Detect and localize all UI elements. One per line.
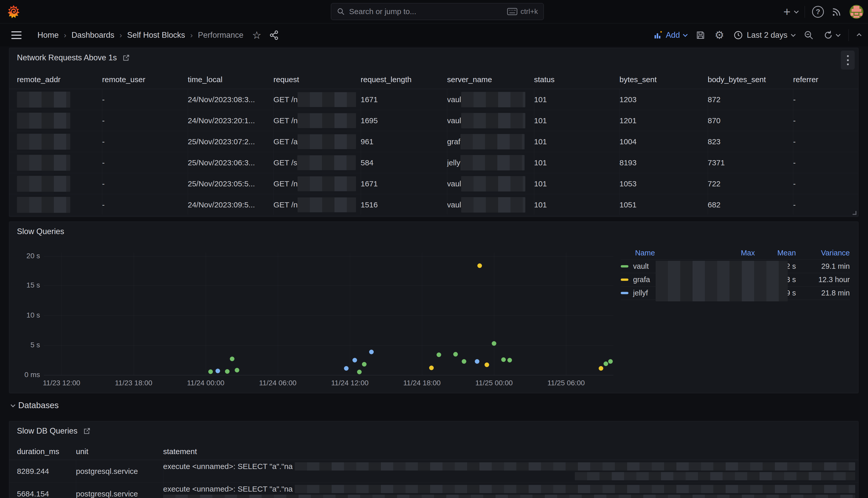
panel-title[interactable]: Network Requests Above 1s — [17, 53, 117, 62]
scatter-point-jellyfin — [475, 359, 479, 364]
column-header[interactable]: request — [273, 75, 361, 84]
table-row: 5684.154postgresql.serviceexecute <unnam… — [9, 483, 858, 498]
gridline — [278, 253, 278, 375]
redacted-block — [163, 495, 855, 498]
cell-referrer: - — [793, 158, 858, 167]
cell-request-length: 1671 — [361, 95, 447, 104]
column-divider — [188, 89, 188, 214]
dashboard-settings-icon[interactable]: ⚙ — [715, 30, 724, 41]
add-panel-button[interactable]: Add — [654, 30, 687, 40]
redacted-cell — [461, 176, 525, 192]
redacted-cell — [297, 155, 356, 170]
cell-referrer: - — [793, 180, 858, 188]
x-axis-label: 11/23 12:00 — [43, 379, 80, 387]
legend-variance-value: 29.1 min — [796, 262, 850, 271]
star-icon[interactable]: ☆ — [252, 29, 261, 41]
row-databases[interactable]: Databases — [11, 401, 59, 410]
clock-icon — [733, 30, 743, 40]
cell-duration-ms: 8289.244 — [17, 467, 76, 476]
refresh-button[interactable] — [823, 30, 839, 40]
redacted-cell — [17, 176, 70, 192]
column-header[interactable]: request_length — [361, 75, 447, 84]
search-input[interactable]: Search or jump to... ctrl+k — [331, 3, 544, 20]
help-icon[interactable]: ? — [812, 6, 824, 18]
keyboard-icon — [507, 8, 517, 15]
cell-body-bytes-sent: 7371 — [708, 158, 793, 167]
user-avatar[interactable] — [850, 5, 863, 19]
gridline — [134, 253, 134, 375]
db-table-body: 8289.244postgresql.serviceexecute <unnam… — [9, 460, 858, 498]
panel-resize-handle[interactable] — [853, 211, 856, 215]
column-header[interactable]: body_bytes_sent — [708, 75, 793, 84]
time-range-picker[interactable]: Last 2 days — [733, 30, 795, 40]
scatter-point-jellyfin — [352, 358, 357, 363]
column-header[interactable]: statement — [163, 447, 858, 456]
cell-request: GET /n — [273, 197, 361, 212]
scatter-point-vault — [362, 362, 367, 367]
panel-title[interactable]: Slow Queries — [17, 227, 64, 236]
panel-menu-icon[interactable] — [841, 51, 855, 69]
breadcrumb-current: Performance — [198, 30, 243, 40]
column-header[interactable]: time_local — [188, 75, 273, 84]
row-title: Databases — [18, 401, 59, 410]
cell-request-length: 1671 — [361, 180, 447, 188]
collapse-toolbar-icon[interactable] — [857, 33, 861, 38]
panel-title[interactable]: Slow DB Queries — [17, 427, 78, 436]
cell-bytes-sent: 1004 — [620, 137, 708, 146]
cell-remote-user: - — [102, 95, 188, 104]
cell-statement: execute <unnamed>: SELECT "a"."na — [163, 460, 858, 482]
scatter-point-vault — [437, 352, 441, 357]
y-axis-label: 15 s — [9, 281, 40, 289]
save-dashboard-icon[interactable] — [696, 30, 705, 40]
scatter-point-vault — [208, 369, 213, 374]
y-axis-label: 10 s — [9, 311, 40, 319]
column-header[interactable]: referrer — [793, 75, 858, 84]
search-shortcut: ctrl+k — [507, 8, 538, 16]
grafana-logo[interactable] — [7, 5, 20, 18]
column-header[interactable]: bytes_sent — [620, 75, 708, 84]
redacted-cell — [17, 197, 70, 213]
share-icon[interactable] — [269, 30, 279, 40]
menu-icon[interactable] — [11, 31, 22, 39]
cell-bytes-sent: 1201 — [620, 116, 708, 125]
redacted-cell — [17, 155, 70, 171]
column-divider — [447, 89, 447, 214]
external-link-icon[interactable] — [83, 427, 91, 435]
cell-remote-user: - — [102, 200, 188, 209]
x-axis-label: 11/24 06:00 — [259, 379, 297, 387]
breadcrumb-home[interactable]: Home — [38, 30, 59, 40]
cell-time-local: 24/Nov/2023:20:1... — [188, 116, 273, 125]
zoom-out-icon[interactable] — [804, 30, 814, 40]
cell-status: 101 — [534, 200, 620, 209]
legend-header-variance[interactable]: Variance — [796, 249, 850, 257]
column-header[interactable]: status — [534, 75, 620, 84]
scatter-point-grafana — [485, 363, 489, 367]
x-axis-label: 11/25 06:00 — [547, 379, 585, 387]
cell-body-bytes-sent: 823 — [708, 137, 793, 146]
dashboard-toolbar: Home › Dashboards › Self Host Blocks › P… — [0, 24, 868, 47]
cell-unit: postgresql.service — [76, 489, 163, 498]
breadcrumb-dashboards[interactable]: Dashboards — [71, 30, 114, 40]
column-header[interactable]: duration_ms — [17, 447, 76, 456]
column-divider — [76, 460, 76, 498]
scatter-point-vault — [235, 368, 239, 372]
legend-header: Name Max Mean Variance — [621, 246, 850, 260]
x-axis-label: 11/25 00:00 — [475, 379, 513, 387]
legend-header-name[interactable]: Name — [621, 249, 716, 257]
news-rss-icon[interactable] — [831, 6, 842, 17]
legend-header-max[interactable]: Max — [716, 249, 755, 257]
new-menu-button[interactable]: + — [783, 6, 798, 18]
column-divider — [793, 89, 794, 214]
column-header[interactable]: unit — [76, 447, 163, 456]
external-link-icon[interactable] — [122, 54, 130, 62]
chart-legend: Name Max Mean Variance vault5.29 s1.92 s… — [621, 246, 850, 300]
breadcrumb-folder[interactable]: Self Host Blocks — [127, 30, 185, 40]
column-header[interactable]: remote_addr — [17, 75, 102, 84]
scatter-point-vault — [357, 370, 362, 374]
scatter-point-vault — [225, 369, 230, 374]
column-header[interactable]: remote_user — [102, 75, 188, 84]
column-header[interactable]: server_name — [447, 75, 534, 84]
network-table-body: -24/Nov/2023:08:3...GET /n1671vaul101120… — [9, 89, 858, 215]
legend-header-mean[interactable]: Mean — [755, 249, 796, 257]
cell-statement: execute <unnamed>: SELECT "a"."na — [163, 483, 858, 498]
